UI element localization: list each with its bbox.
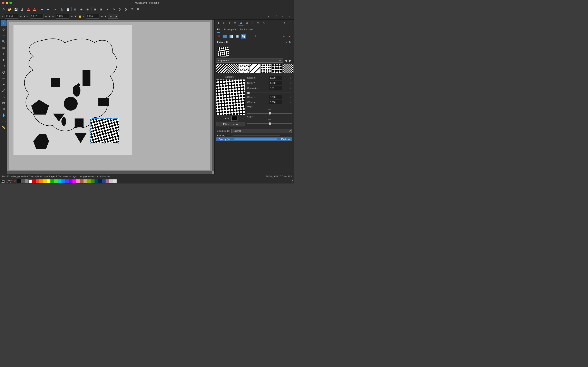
tweak-tool[interactable]: 〰 — [1, 33, 7, 38]
pattern-thumb-stripe1[interactable] — [216, 64, 227, 73]
swatch-brown[interactable] — [80, 179, 84, 183]
fill-pattern-btn[interactable] — [241, 34, 246, 39]
swatch-darkolive[interactable] — [91, 179, 95, 183]
transform-handle-btn[interactable]: ⤢ — [266, 13, 272, 19]
offset-y-inc[interactable]: + — [289, 101, 292, 104]
minimize-button[interactable] — [6, 2, 8, 4]
unit-select[interactable]: inpxmmcm — [108, 14, 118, 18]
pattern-search-icon[interactable]: 🔍 — [289, 41, 292, 44]
pattern-thumb-stripe2[interactable] — [227, 64, 238, 73]
swatch-red[interactable] — [32, 179, 36, 183]
palette-up-btn[interactable]: ▲ — [292, 179, 294, 181]
spiral-tool[interactable]: @ — [1, 69, 7, 75]
pattern-color-swatch[interactable] — [231, 116, 237, 121]
swatch-white[interactable] — [28, 179, 32, 183]
flip-v-btn[interactable]: ↕ — [287, 13, 292, 19]
nav-fill-icon[interactable]: ◎ — [238, 20, 243, 25]
y-dec-btn[interactable]: − — [45, 15, 47, 18]
pattern-thumb-dots2[interactable] — [271, 64, 282, 73]
w-dec-btn[interactable]: − — [70, 15, 73, 18]
ungroup-button[interactable]: ⊟ — [98, 7, 104, 12]
export-button[interactable]: 📤 — [31, 7, 37, 12]
stroke-indicator[interactable] — [2, 180, 4, 183]
swatch-magenta[interactable] — [72, 179, 76, 183]
new-button[interactable]: 🗋 — [1, 7, 7, 12]
import-button[interactable]: 📥 — [25, 7, 31, 12]
swatch-teal[interactable] — [95, 179, 98, 183]
nav-more-icon[interactable]: ⋮ — [288, 20, 293, 25]
fill-heart-btn[interactable]: ♥ — [287, 34, 292, 39]
gap-y-slider[interactable] — [247, 123, 292, 124]
orientation-slider[interactable] — [247, 92, 292, 93]
fill-swatch-btn[interactable] — [247, 34, 252, 39]
star-tool[interactable]: ★ — [1, 57, 7, 63]
edit-on-canvas-button[interactable]: Edit on canvas — [216, 122, 245, 126]
swatch-darkgray[interactable] — [21, 179, 25, 183]
ellipse-tool[interactable]: ○ — [1, 51, 7, 57]
gradient-tool[interactable]: ▤ — [1, 100, 7, 106]
fill-radial-btn[interactable] — [234, 34, 240, 39]
zoom-fit-button[interactable]: ⊡ — [72, 7, 78, 12]
swatch-orange[interactable] — [39, 179, 43, 183]
pattern-thumb-grid[interactable] — [282, 64, 293, 73]
offset-x-input[interactable] — [269, 95, 282, 99]
x-dec-btn[interactable]: − — [19, 15, 22, 18]
tab-fill[interactable]: Fill — [217, 27, 220, 33]
zoom-tool[interactable]: 🔍 — [1, 39, 7, 44]
pattern-thumb-wave1[interactable] — [238, 64, 249, 73]
offset-y-input[interactable] — [269, 100, 282, 104]
drawing-canvas[interactable]: ↕ ↕ ↔ ↔ — [13, 25, 132, 155]
vertical-scrollbar[interactable] — [212, 20, 214, 171]
swatch-lightyellow[interactable] — [47, 179, 51, 183]
layers-button[interactable]: ⧉ — [135, 7, 141, 12]
tab-stroke-paint[interactable]: Stroke paint — [223, 27, 236, 33]
h-dec-btn[interactable]: − — [101, 15, 103, 18]
scale-x-inc[interactable]: + — [289, 76, 292, 80]
offset-y-dec[interactable]: − — [285, 101, 289, 104]
orientation-inc[interactable]: + — [289, 87, 292, 90]
close-button[interactable] — [2, 2, 4, 4]
y-inc-btn[interactable]: + — [48, 15, 51, 18]
swatch-black[interactable] — [17, 179, 21, 183]
group-button[interactable]: ⊞ — [92, 7, 98, 12]
orientation-input[interactable] — [269, 86, 282, 90]
measure-tool[interactable]: 📏 — [1, 124, 7, 130]
all-patterns-dropdown[interactable]: All patterns ▼ — [216, 58, 283, 63]
3d-tool[interactable]: ⬡ — [1, 63, 7, 69]
swatch-mauve[interactable] — [105, 179, 109, 183]
fill-unknown-btn[interactable]: ? — [253, 34, 258, 39]
rotate-handle-btn[interactable]: ↺ — [273, 13, 278, 19]
pattern-settings-icon[interactable]: ⚙ — [285, 41, 287, 44]
nav-close-icon[interactable]: ✕ — [261, 20, 267, 25]
w-input[interactable] — [56, 14, 69, 18]
nav-text-icon[interactable]: T — [227, 20, 232, 25]
undo-button[interactable]: ↩ — [39, 7, 45, 12]
swatch-lightred[interactable] — [36, 179, 39, 183]
canvas-area[interactable]: ↕ ↕ ↔ ↔ — [7, 20, 214, 174]
swatch-darkblue[interactable] — [98, 179, 102, 183]
swatch-navy[interactable] — [102, 179, 105, 183]
remove-fill-icon[interactable]: ✕ — [14, 180, 16, 183]
swatch-yellow[interactable] — [43, 179, 47, 183]
x-inc-btn[interactable]: + — [23, 15, 26, 18]
swatch-tan[interactable] — [84, 179, 87, 183]
lock-icon[interactable]: 🔒 — [78, 15, 81, 18]
swatch-indigo[interactable] — [65, 179, 69, 183]
nav-align-icon[interactable]: ≡ — [250, 20, 255, 25]
fill-unset-btn[interactable]: ⊖ — [281, 34, 286, 39]
current-pattern-swatch[interactable] — [218, 47, 228, 56]
swatch-silver[interactable] — [109, 179, 113, 183]
palette-down-btn[interactable]: ▼ — [292, 181, 294, 183]
swatch-gray[interactable] — [25, 179, 28, 183]
zoom-out-button[interactable]: ⊖ — [85, 7, 90, 12]
rect-tool[interactable]: ▭ — [1, 45, 7, 50]
node-tool[interactable]: ◇ — [1, 26, 7, 32]
patterns-prev-btn[interactable]: ◀ — [284, 59, 288, 62]
w-inc-btn[interactable]: + — [74, 15, 77, 18]
h-inc-btn[interactable]: + — [104, 15, 107, 18]
nav-layers-icon[interactable]: ⧉ — [244, 20, 249, 25]
pen-tool[interactable]: ✒ — [1, 82, 7, 87]
nav-frame-icon[interactable]: ▭ — [233, 20, 238, 25]
xml-button[interactable]: ⟨⟩ — [123, 7, 129, 12]
pattern-strip[interactable] — [215, 63, 294, 74]
